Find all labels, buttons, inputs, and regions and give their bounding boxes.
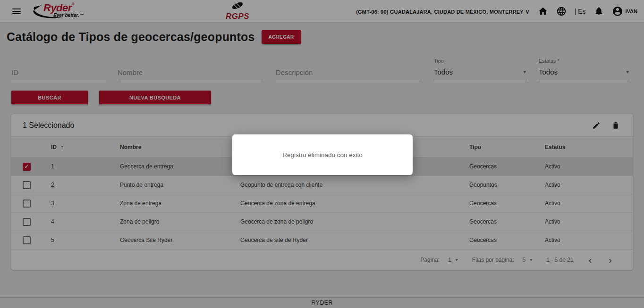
app-viewport: Ryder® Ever better.™ RGPS (GMT-06: 00) G… <box>0 0 644 308</box>
toast-message: Registro eliminado con éxito <box>282 151 363 158</box>
toast-modal: Registro eliminado con éxito <box>232 134 413 175</box>
